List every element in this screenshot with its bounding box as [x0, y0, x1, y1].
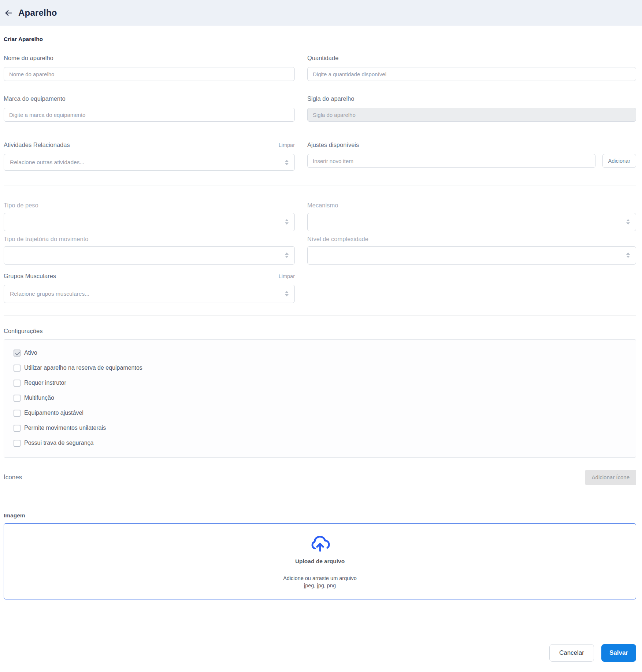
checkbox-label: Possui trava de segurança — [24, 440, 93, 446]
select-chevron-icon — [285, 219, 289, 225]
upload-types-line: jpeg, jpg, png — [283, 582, 357, 590]
select-chevron-icon — [285, 160, 289, 165]
trajetoria-select — [4, 246, 295, 265]
select-chevron-icon — [626, 219, 630, 225]
field-marca: Marca do equipamento — [4, 95, 295, 122]
trajetoria-label: Tipo de trajetória do movimento — [4, 236, 295, 242]
checkbox-row-instrutor[interactable]: Requer instrutor — [14, 380, 627, 387]
icones-title: Ícones — [4, 474, 22, 481]
field-complexidade: Nível de complexidade — [307, 236, 636, 265]
checkbox-label: Utilizar aparelho na reserva de equipame… — [24, 365, 142, 371]
back-button[interactable] — [4, 8, 14, 18]
checkbox-label: Multifunção — [24, 395, 54, 401]
checkbox-label: Ativo — [24, 350, 37, 356]
atividades-label: Atividades Relacionadas — [4, 141, 70, 148]
cancel-button[interactable]: Cancelar — [549, 644, 594, 662]
checkbox-label: Equipamento ajustável — [24, 410, 84, 416]
field-nome: Nome do aparelho — [4, 55, 295, 81]
checkbox-label: Requer instrutor — [24, 380, 66, 386]
sigla-label: Sigla do aparelho — [307, 95, 636, 102]
quantidade-input[interactable] — [307, 67, 636, 81]
field-grupos: Grupos Musculares Limpar Relacione grupo… — [4, 273, 295, 303]
form-content: Criar Aparelho Nome do aparelho Quantida… — [0, 26, 642, 672]
field-tipo-peso: Tipo de peso — [4, 202, 295, 231]
upload-hint: Adicione ou arraste um arquivo jpeg, jpg… — [283, 575, 357, 589]
imagem-title: Imagem — [4, 512, 636, 519]
checkbox-row-trava[interactable]: Possui trava de segurança — [14, 440, 627, 447]
atividades-select-placeholder: Relacione outras atividades... — [10, 159, 84, 166]
form-actions: Cancelar Salvar — [4, 644, 636, 662]
marca-input[interactable] — [4, 108, 295, 122]
checkbox-unchecked[interactable] — [14, 440, 21, 447]
file-upload-dropzone[interactable]: Upload de arquivo Adicione ou arraste um… — [4, 523, 636, 599]
configuracoes-title: Configurações — [4, 328, 636, 335]
select-chevron-icon — [285, 252, 289, 258]
grupos-select-placeholder: Relacione grupos musculares... — [10, 291, 89, 297]
divider — [4, 490, 636, 490]
checkbox-row-ativo[interactable]: Ativo — [14, 350, 627, 357]
upload-title: Upload de arquivo — [295, 558, 345, 565]
checkbox-row-multifuncao[interactable]: Multifunção — [14, 395, 627, 402]
grupos-clear-link[interactable]: Limpar — [279, 273, 295, 279]
select-chevron-icon — [626, 252, 630, 258]
checkbox-row-unilaterais[interactable]: Permite movimentos unilaterais — [14, 425, 627, 432]
checkbox-unchecked[interactable] — [14, 380, 21, 387]
field-atividades: Atividades Relacionadas Limpar Relacione… — [4, 141, 295, 171]
sigla-input — [307, 108, 636, 122]
field-mecanismo: Mecanismo — [307, 202, 636, 231]
add-icon-button[interactable]: Adicionar Ícone — [585, 470, 636, 485]
cloud-upload-icon — [309, 533, 331, 554]
mecanismo-select — [307, 213, 636, 231]
grupos-label: Grupos Musculares — [4, 273, 56, 279]
tipo-peso-select — [4, 213, 295, 231]
mecanismo-label: Mecanismo — [307, 202, 636, 208]
complexidade-label: Nível de complexidade — [307, 236, 636, 242]
nome-label: Nome do aparelho — [4, 55, 295, 61]
marca-label: Marca do equipamento — [4, 95, 295, 102]
checkbox-row-reserva[interactable]: Utilizar aparelho na reserva de equipame… — [14, 365, 627, 372]
grupos-select[interactable]: Relacione grupos musculares... — [4, 285, 295, 303]
checkbox-unchecked[interactable] — [14, 395, 21, 402]
ajustes-input[interactable] — [307, 154, 595, 168]
page-title: Aparelho — [18, 8, 57, 18]
icones-section: Ícones Adicionar Ícone — [4, 470, 636, 485]
checkbox-unchecked[interactable] — [14, 365, 21, 372]
atividades-select[interactable]: Relacione outras atividades... — [4, 154, 295, 171]
ajustes-label: Ajustes disponíveis — [307, 141, 636, 148]
checkbox-row-ajustavel[interactable]: Equipamento ajustável — [14, 410, 627, 417]
section-title: Criar Aparelho — [4, 36, 636, 43]
page-header: Aparelho — [0, 0, 642, 26]
arrow-left-icon — [4, 8, 14, 18]
field-ajustes: Ajustes disponíveis Adicionar — [307, 141, 636, 171]
checkbox-checked[interactable] — [14, 350, 21, 357]
divider — [4, 315, 636, 316]
complexidade-select — [307, 246, 636, 265]
save-button[interactable]: Salvar — [601, 644, 636, 662]
atividades-clear-link[interactable]: Limpar — [279, 142, 295, 148]
quantidade-label: Quantidade — [307, 55, 636, 61]
field-quantidade: Quantidade — [307, 55, 636, 81]
select-chevron-icon — [285, 291, 289, 296]
upload-hint-line: Adicione ou arraste um arquivo — [283, 575, 357, 582]
checkbox-unchecked[interactable] — [14, 410, 21, 417]
nome-input[interactable] — [4, 67, 295, 81]
configuracoes-box: Ativo Utilizar aparelho na reserva de eq… — [4, 339, 636, 458]
checkbox-label: Permite movimentos unilaterais — [24, 425, 106, 431]
tipo-peso-label: Tipo de peso — [4, 202, 295, 208]
ajustes-add-button[interactable]: Adicionar — [602, 154, 636, 168]
field-sigla: Sigla do aparelho — [307, 95, 636, 122]
field-trajetoria: Tipo de trajetória do movimento — [4, 236, 295, 265]
checkbox-unchecked[interactable] — [14, 425, 21, 432]
